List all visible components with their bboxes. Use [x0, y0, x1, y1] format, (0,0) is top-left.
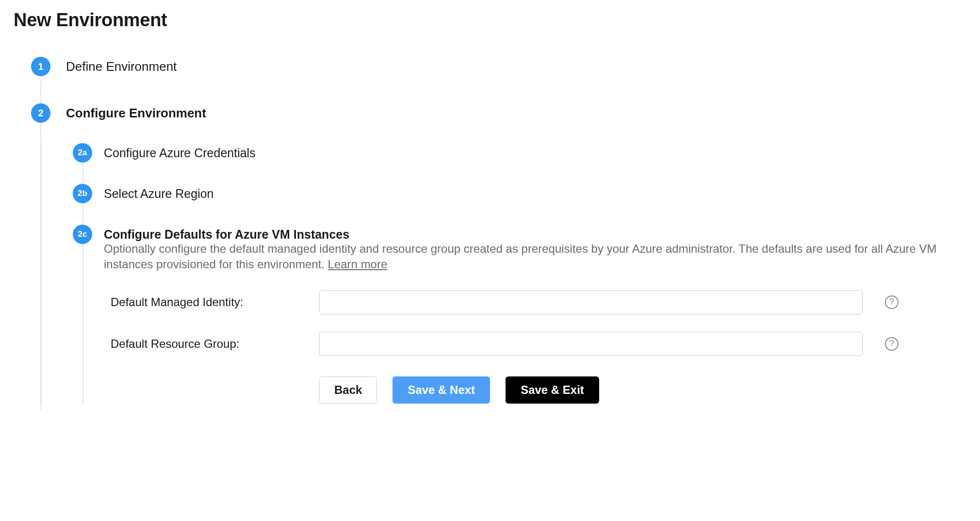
substep-2c-content: Optionally configure the default managed…: [94, 241, 958, 404]
label-default-resource-group: Default Resource Group:: [111, 337, 319, 351]
step-badge-1: 1: [31, 57, 50, 76]
substep-badge-2a: 2a: [73, 143, 92, 163]
page-title: New Environment: [14, 10, 966, 31]
save-next-button[interactable]: Save & Next: [392, 376, 490, 404]
page-root: New Environment 1 Define Environment 2 C…: [0, 0, 980, 442]
wizard-steps: 1 Define Environment 2 Configure Environ…: [14, 54, 966, 404]
substep-badge-2b: 2b: [73, 184, 92, 203]
input-default-managed-identity[interactable]: [319, 290, 863, 314]
description-text: Optionally configure the default managed…: [104, 242, 937, 271]
substep-2c-description: Optionally configure the default managed…: [104, 241, 958, 273]
save-exit-button[interactable]: Save & Exit: [506, 376, 599, 404]
step-configure-environment[interactable]: 2 Configure Environment: [31, 100, 966, 126]
substep-label-2a: Configure Azure Credentials: [104, 146, 256, 160]
row-default-resource-group: Default Resource Group: ?: [111, 332, 958, 356]
substep-select-azure-region[interactable]: 2b Select Azure Region: [73, 184, 945, 203]
back-button[interactable]: Back: [319, 376, 377, 404]
step-define-environment[interactable]: 1 Define Environment: [31, 54, 966, 79]
substep-configure-defaults[interactable]: 2c Configure Defaults for Azure VM Insta…: [73, 225, 945, 244]
substep-label-2b: Select Azure Region: [104, 187, 214, 201]
help-icon[interactable]: ?: [885, 295, 898, 309]
row-default-managed-identity: Default Managed Identity: ?: [111, 290, 958, 314]
step-label-2: Configure Environment: [66, 106, 206, 121]
step-label-1: Define Environment: [66, 59, 177, 74]
substep-configure-azure-credentials[interactable]: 2a Configure Azure Credentials: [73, 143, 945, 163]
step-badge-2: 2: [31, 103, 50, 123]
help-icon[interactable]: ?: [885, 337, 898, 351]
learn-more-link[interactable]: Learn more: [328, 258, 388, 271]
substep-badge-2c: 2c: [73, 225, 92, 244]
substep-label-2c: Configure Defaults for Azure VM Instance…: [104, 228, 349, 242]
wizard-button-row: Back Save & Next Save & Exit: [319, 376, 958, 404]
input-default-resource-group[interactable]: [319, 332, 863, 356]
label-default-managed-identity: Default Managed Identity:: [111, 295, 319, 309]
substeps-container: 2a Configure Azure Credentials 2b Select…: [41, 143, 966, 404]
